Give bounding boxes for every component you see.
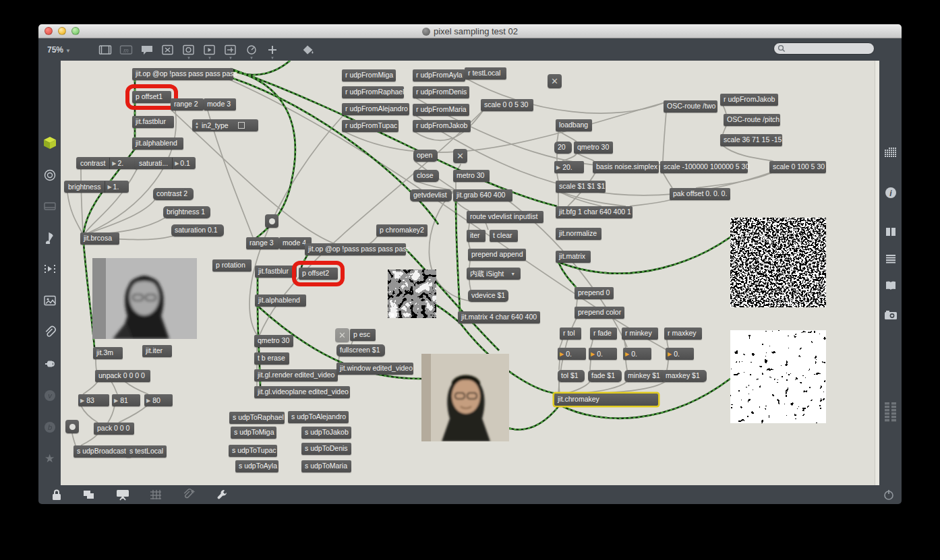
message-icon[interactable]: m (119, 42, 134, 57)
message-close[interactable]: close (413, 170, 439, 182)
object-jit-gl-render[interactable]: jit.gl.render edited_video (254, 369, 338, 381)
plug-icon[interactable] (42, 356, 58, 372)
object-t-clear[interactable]: t clear (490, 230, 518, 242)
object-iter[interactable]: iter (467, 230, 486, 242)
message-getvdevlist[interactable]: getvdevlist (410, 189, 452, 201)
object-jit-window[interactable]: jit.window edited_video (336, 363, 413, 375)
list-icon[interactable] (883, 251, 899, 267)
button-icon[interactable]: ▼ (181, 42, 196, 57)
object-jit-fastblur-2[interactable]: jit.fastblur (255, 266, 297, 278)
object-s-udpToTupac[interactable]: s udpToTupac (229, 445, 277, 457)
message-contrast-2[interactable]: contrast 2 (153, 188, 194, 200)
message-20[interactable]: 20 (554, 142, 572, 154)
object-qmetro-30-b[interactable]: qmetro 30 (254, 335, 293, 347)
meter-icon[interactable] (883, 404, 899, 421)
object-scale-dollar[interactable]: scale $1 $1 $1 (556, 181, 606, 193)
grid-icon[interactable] (149, 489, 163, 501)
object-r-fade[interactable]: r fade (590, 328, 617, 340)
object-jit-fastblur-1[interactable]: jit.fastblur (132, 116, 174, 128)
power-icon[interactable] (883, 489, 895, 501)
object-s-testLocal[interactable]: s testLocal (126, 445, 167, 458)
number-minkey[interactable]: ▶0. (623, 348, 651, 360)
object-p-offset2[interactable]: p offset2 (299, 268, 338, 280)
object-scale-0-0-5-30[interactable]: scale 0 0 5 30 (481, 99, 533, 111)
object-r-udpFromJakob-2[interactable]: r udpFromJakob (720, 94, 778, 106)
add-object-icon[interactable]: ▼ (265, 42, 280, 57)
object-r-minkey[interactable]: r minkey (622, 328, 658, 340)
layers-icon[interactable] (82, 489, 96, 501)
message-brightness-1[interactable]: brightness 1 (163, 206, 210, 218)
message-fullscreen[interactable]: fullscreen $1 (336, 344, 385, 356)
object-range-2[interactable]: range 2 (171, 98, 204, 111)
object-r-udpFromRaphael[interactable]: r udpFromRaphael (342, 86, 404, 98)
object-r-udpFromAyla[interactable]: r udpFromAyla (413, 69, 465, 82)
object-osc-route-pitch[interactable]: OSC-route /pitch (724, 114, 780, 126)
object-s-udpToAyla[interactable]: s udpToAyla (235, 460, 278, 472)
number-83[interactable]: ▶83 (78, 394, 109, 406)
number-maxkey[interactable]: ▶0. (666, 348, 694, 360)
object-jit-matrix[interactable]: jit.matrix (556, 251, 591, 263)
lock-icon[interactable] (51, 488, 63, 501)
object-jit-iter[interactable]: jit.iter (142, 345, 172, 357)
object-jit-alphablend-2[interactable]: jit.alphablend (255, 294, 306, 307)
object-r-udpFromMiga[interactable]: r udpFromMiga (342, 69, 396, 82)
object-r-udpFromDenis[interactable]: r udpFromDenis (413, 86, 469, 98)
object-prepend-append[interactable]: prepend append (468, 249, 526, 261)
object-p-chromakey2[interactable]: p chromakey2 (376, 224, 428, 237)
message-minkey[interactable]: minkey $1 (624, 370, 666, 382)
object-mode-3[interactable]: mode 3 (204, 98, 236, 111)
object-s-udpToJakob[interactable]: s udpToJakob (301, 427, 351, 439)
attrui-saturation[interactable]: saturati...▶0.1 (135, 157, 196, 169)
paint-bucket-icon[interactable] (301, 42, 316, 57)
object-loadbang[interactable]: loadbang (556, 119, 592, 131)
canvas-scrollbar[interactable] (875, 61, 879, 485)
object-r-testLocal[interactable]: r testLocal (465, 67, 506, 80)
number-81[interactable]: ▶81 (112, 394, 140, 406)
object-jit-3m[interactable]: jit.3m (93, 347, 123, 359)
object-t-b-erase[interactable]: t b erase (254, 352, 289, 365)
object-scale-0-100[interactable]: scale 0 100 5 30 (769, 161, 826, 173)
object-osc-route-two[interactable]: OSC-route /two (664, 100, 717, 113)
object-s-udpToMiga[interactable]: s udpToMiga (231, 427, 276, 439)
object-r-udpFromJakob-1[interactable]: r udpFromJakob (413, 120, 471, 132)
object-p-offset1[interactable]: p offset1 (132, 91, 171, 103)
umenu-camera[interactable]: 内蔵 iSight▼ (467, 268, 521, 280)
object-route-vdevlist[interactable]: route vdevlist inputlist (467, 211, 544, 223)
comment-icon[interactable] (140, 42, 154, 57)
zoom-level-dropdown[interactable]: 75%▼ (47, 45, 71, 55)
object-unpack[interactable]: unpack 0 0 0 0 (95, 370, 150, 382)
star-icon[interactable]: ★ (42, 450, 58, 466)
object-box-icon[interactable] (98, 42, 113, 57)
button-pack[interactable] (65, 420, 79, 433)
object-s-udpToMaria[interactable]: s udpToMaria (301, 460, 351, 472)
message-tol[interactable]: tol $1 (558, 370, 585, 382)
object-jit-chromakey[interactable]: jit.chromakey (554, 394, 658, 406)
object-basis-noise[interactable]: basis noise.simplex (593, 161, 659, 173)
object-s-udpToDenis[interactable]: s udpToDenis (301, 443, 351, 455)
object-r-maxkey[interactable]: r maxkey (664, 328, 702, 340)
toggle-esc[interactable]: ✕ (335, 328, 349, 342)
clip-add-icon[interactable] (181, 488, 196, 501)
object-s-udpToRaphael[interactable]: s udpToRaphael (229, 412, 285, 424)
number-80[interactable]: ▶80 (144, 394, 173, 406)
message-fade[interactable]: fade $1 (588, 370, 622, 382)
attrui-contrast[interactable]: contrast▶2. (76, 157, 138, 169)
object-jit-alphablend-1[interactable]: jit.alphablend (132, 137, 183, 150)
object-qmetro-30-a[interactable]: qmetro 30 (574, 142, 613, 154)
object-p-rotation[interactable]: p rotation (212, 259, 252, 272)
video-play-icon[interactable] (42, 261, 58, 277)
columns-icon[interactable] (883, 224, 899, 240)
object-s-udpBroadcast[interactable]: s udpBroadcast (74, 445, 131, 458)
object-pack[interactable]: pack 0 0 0 (94, 423, 134, 435)
toggle-icon[interactable] (160, 42, 175, 57)
object-prepend-0[interactable]: prepend 0 (575, 287, 614, 299)
toggle-metro[interactable]: ✕ (453, 149, 467, 163)
info-icon[interactable]: i (883, 185, 899, 201)
object-jit-bfg[interactable]: jit.bfg 1 char 640 400 1 (556, 206, 633, 218)
object-pak-offset[interactable]: pak offset 0. 0. 0. (670, 188, 730, 200)
object-scale-36-71[interactable]: scale 36 71 15 -15 (720, 134, 782, 146)
object-jit-normalize[interactable]: jit.normalize (556, 228, 601, 240)
jitter-cube-icon[interactable] (42, 135, 58, 151)
image-icon[interactable] (42, 292, 58, 309)
playbar-icon[interactable]: ▼ (202, 42, 217, 57)
